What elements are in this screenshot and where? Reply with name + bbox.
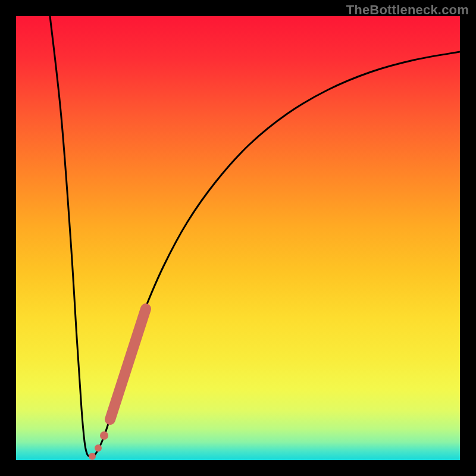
chart-frame: TheBottleneck.com — [0, 0, 476, 476]
marker-segment — [110, 309, 146, 419]
marker-dot — [89, 453, 96, 460]
curve-layer — [16, 16, 460, 460]
plot-area — [16, 16, 460, 460]
marker-dot — [100, 431, 108, 440]
marker-dots — [89, 431, 108, 460]
marker-dot — [95, 444, 102, 452]
bottleneck-curve — [50, 16, 460, 457]
